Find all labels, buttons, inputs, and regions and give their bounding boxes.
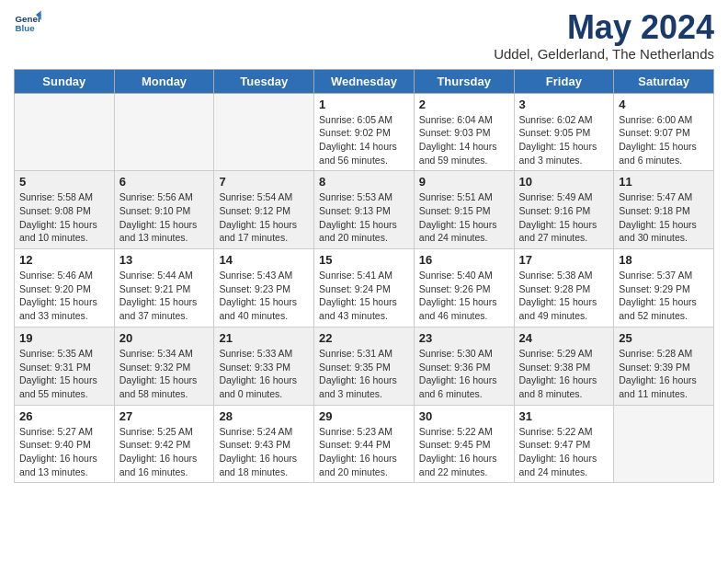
- day-info: Sunrise: 6:00 AM Sunset: 9:07 PM Dayligh…: [619, 113, 709, 167]
- calendar-cell: 27Sunrise: 5:25 AM Sunset: 9:42 PM Dayli…: [114, 405, 214, 483]
- page-container: General Blue May 2024 Uddel, Gelderland,…: [0, 0, 728, 492]
- calendar-cell: 19Sunrise: 5:35 AM Sunset: 9:31 PM Dayli…: [15, 327, 115, 405]
- calendar-cell: 5Sunrise: 5:58 AM Sunset: 9:08 PM Daylig…: [15, 171, 115, 249]
- calendar-cell: 25Sunrise: 5:28 AM Sunset: 9:39 PM Dayli…: [614, 327, 714, 405]
- location: Uddel, Gelderland, The Netherlands: [494, 46, 714, 62]
- day-number: 25: [619, 331, 709, 345]
- calendar-week-1: 1Sunrise: 6:05 AM Sunset: 9:02 PM Daylig…: [15, 93, 714, 171]
- calendar-cell: 16Sunrise: 5:40 AM Sunset: 9:26 PM Dayli…: [414, 249, 514, 327]
- calendar-cell: 14Sunrise: 5:43 AM Sunset: 9:23 PM Dayli…: [214, 249, 314, 327]
- day-info: Sunrise: 5:41 AM Sunset: 9:24 PM Dayligh…: [319, 269, 409, 323]
- logo-icon: General Blue: [14, 9, 41, 37]
- calendar-cell: 29Sunrise: 5:23 AM Sunset: 9:44 PM Dayli…: [314, 405, 415, 483]
- day-info: Sunrise: 5:25 AM Sunset: 9:42 PM Dayligh…: [119, 425, 210, 479]
- day-info: Sunrise: 5:22 AM Sunset: 9:45 PM Dayligh…: [419, 425, 509, 479]
- day-number: 30: [419, 409, 509, 423]
- day-number: 26: [19, 409, 109, 423]
- day-number: 2: [419, 98, 509, 111]
- day-info: Sunrise: 5:22 AM Sunset: 9:47 PM Dayligh…: [519, 425, 609, 479]
- calendar-cell: [114, 93, 214, 171]
- day-number: 29: [319, 409, 409, 423]
- day-number: 11: [619, 175, 709, 189]
- weekday-header-monday: Monday: [114, 69, 214, 93]
- day-number: 15: [319, 253, 409, 267]
- calendar-cell: 20Sunrise: 5:34 AM Sunset: 9:32 PM Dayli…: [114, 327, 214, 405]
- calendar-table: SundayMondayTuesdayWednesdayThursdayFrid…: [14, 69, 714, 484]
- weekday-header-saturday: Saturday: [614, 69, 714, 93]
- day-number: 31: [519, 409, 609, 423]
- svg-text:Blue: Blue: [16, 23, 36, 33]
- calendar-cell: 1Sunrise: 6:05 AM Sunset: 9:02 PM Daylig…: [314, 93, 415, 171]
- day-info: Sunrise: 5:35 AM Sunset: 9:31 PM Dayligh…: [19, 347, 109, 401]
- day-info: Sunrise: 5:33 AM Sunset: 9:33 PM Dayligh…: [219, 347, 309, 401]
- calendar-cell: 23Sunrise: 5:30 AM Sunset: 9:36 PM Dayli…: [414, 327, 514, 405]
- weekday-header-tuesday: Tuesday: [214, 69, 314, 93]
- calendar-week-3: 12Sunrise: 5:46 AM Sunset: 9:20 PM Dayli…: [15, 249, 714, 327]
- weekday-header-friday: Friday: [514, 69, 614, 93]
- day-number: 24: [519, 331, 609, 345]
- day-number: 12: [19, 253, 109, 267]
- day-info: Sunrise: 5:49 AM Sunset: 9:16 PM Dayligh…: [519, 190, 609, 245]
- calendar-cell: 12Sunrise: 5:46 AM Sunset: 9:20 PM Dayli…: [15, 249, 115, 327]
- title-block: May 2024 Uddel, Gelderland, The Netherla…: [494, 9, 714, 62]
- day-info: Sunrise: 5:29 AM Sunset: 9:38 PM Dayligh…: [519, 347, 609, 401]
- calendar-cell: 13Sunrise: 5:44 AM Sunset: 9:21 PM Dayli…: [114, 249, 214, 327]
- calendar-cell: 10Sunrise: 5:49 AM Sunset: 9:16 PM Dayli…: [514, 171, 614, 249]
- weekday-header-row: SundayMondayTuesdayWednesdayThursdayFrid…: [15, 69, 714, 93]
- calendar-cell: 28Sunrise: 5:24 AM Sunset: 9:43 PM Dayli…: [214, 405, 314, 483]
- day-number: 5: [19, 175, 109, 189]
- calendar-cell: [614, 405, 714, 483]
- day-number: 4: [619, 98, 709, 111]
- day-info: Sunrise: 5:53 AM Sunset: 9:13 PM Dayligh…: [319, 190, 409, 245]
- calendar-cell: 21Sunrise: 5:33 AM Sunset: 9:33 PM Dayli…: [214, 327, 314, 405]
- day-number: 20: [119, 331, 210, 345]
- day-number: 8: [319, 175, 409, 189]
- day-number: 21: [219, 331, 309, 345]
- day-info: Sunrise: 5:51 AM Sunset: 9:15 PM Dayligh…: [419, 190, 509, 245]
- calendar-cell: 17Sunrise: 5:38 AM Sunset: 9:28 PM Dayli…: [514, 249, 614, 327]
- calendar-cell: 8Sunrise: 5:53 AM Sunset: 9:13 PM Daylig…: [314, 171, 415, 249]
- day-info: Sunrise: 6:02 AM Sunset: 9:05 PM Dayligh…: [519, 113, 609, 167]
- header: General Blue May 2024 Uddel, Gelderland,…: [14, 9, 714, 62]
- calendar-cell: 11Sunrise: 5:47 AM Sunset: 9:18 PM Dayli…: [614, 171, 714, 249]
- calendar-cell: 7Sunrise: 5:54 AM Sunset: 9:12 PM Daylig…: [214, 171, 314, 249]
- day-number: 14: [219, 253, 309, 267]
- day-info: Sunrise: 5:40 AM Sunset: 9:26 PM Dayligh…: [419, 269, 509, 323]
- day-info: Sunrise: 5:37 AM Sunset: 9:29 PM Dayligh…: [619, 269, 709, 323]
- day-info: Sunrise: 5:54 AM Sunset: 9:12 PM Dayligh…: [219, 190, 309, 245]
- calendar-week-5: 26Sunrise: 5:27 AM Sunset: 9:40 PM Dayli…: [15, 405, 714, 483]
- day-info: Sunrise: 5:44 AM Sunset: 9:21 PM Dayligh…: [119, 269, 210, 323]
- day-info: Sunrise: 5:30 AM Sunset: 9:36 PM Dayligh…: [419, 347, 509, 401]
- day-number: 7: [219, 175, 309, 189]
- day-number: 6: [119, 175, 210, 189]
- day-info: Sunrise: 5:56 AM Sunset: 9:10 PM Dayligh…: [119, 190, 210, 245]
- day-info: Sunrise: 6:04 AM Sunset: 9:03 PM Dayligh…: [419, 113, 509, 167]
- calendar-cell: 22Sunrise: 5:31 AM Sunset: 9:35 PM Dayli…: [314, 327, 415, 405]
- calendar-cell: 2Sunrise: 6:04 AM Sunset: 9:03 PM Daylig…: [414, 93, 514, 171]
- day-info: Sunrise: 5:31 AM Sunset: 9:35 PM Dayligh…: [319, 347, 409, 401]
- calendar-cell: 31Sunrise: 5:22 AM Sunset: 9:47 PM Dayli…: [514, 405, 614, 483]
- month-title: May 2024: [494, 9, 714, 46]
- calendar-week-2: 5Sunrise: 5:58 AM Sunset: 9:08 PM Daylig…: [15, 171, 714, 249]
- calendar-cell: 26Sunrise: 5:27 AM Sunset: 9:40 PM Dayli…: [15, 405, 115, 483]
- day-number: 10: [519, 175, 609, 189]
- logo: General Blue: [14, 9, 45, 37]
- day-info: Sunrise: 5:24 AM Sunset: 9:43 PM Dayligh…: [219, 425, 309, 479]
- day-number: 18: [619, 253, 709, 267]
- day-info: Sunrise: 6:05 AM Sunset: 9:02 PM Dayligh…: [319, 113, 409, 167]
- weekday-header-thursday: Thursday: [414, 69, 514, 93]
- day-info: Sunrise: 5:28 AM Sunset: 9:39 PM Dayligh…: [619, 347, 709, 401]
- day-number: 23: [419, 331, 509, 345]
- calendar-cell: 15Sunrise: 5:41 AM Sunset: 9:24 PM Dayli…: [314, 249, 415, 327]
- day-info: Sunrise: 5:27 AM Sunset: 9:40 PM Dayligh…: [19, 425, 109, 479]
- calendar-cell: 18Sunrise: 5:37 AM Sunset: 9:29 PM Dayli…: [614, 249, 714, 327]
- calendar-cell: 6Sunrise: 5:56 AM Sunset: 9:10 PM Daylig…: [114, 171, 214, 249]
- day-number: 17: [519, 253, 609, 267]
- day-number: 1: [319, 98, 409, 111]
- day-number: 3: [519, 98, 609, 111]
- weekday-header-wednesday: Wednesday: [314, 69, 415, 93]
- day-number: 22: [319, 331, 409, 345]
- day-number: 16: [419, 253, 509, 267]
- calendar-cell: 4Sunrise: 6:00 AM Sunset: 9:07 PM Daylig…: [614, 93, 714, 171]
- calendar-cell: [15, 93, 115, 171]
